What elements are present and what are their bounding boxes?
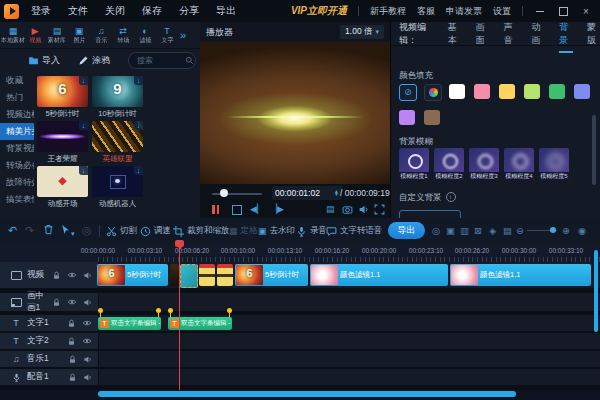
media-tab-filter[interactable]: ◐滤镜 (134, 26, 156, 45)
fullscreen-icon[interactable] (374, 204, 385, 215)
media-item[interactable]: 6↓ 5秒倒计时 (37, 76, 88, 119)
link-tutorial[interactable]: 新手教程 (370, 5, 406, 18)
clip-color-filter-2[interactable]: 颜色滤镜1.1 (450, 264, 591, 286)
track-lane[interactable] (99, 369, 600, 385)
blur-level-1[interactable]: 模糊程度1 (399, 148, 429, 180)
vip-upgrade-link[interactable]: VIP立即开通 (291, 4, 347, 18)
record-tool[interactable]: 录音 (296, 225, 327, 237)
app-logo[interactable] (4, 4, 19, 19)
undo-icon[interactable]: ↶ (8, 224, 17, 237)
blur-level-4[interactable]: 模糊程度4 (504, 148, 534, 180)
download-icon[interactable]: ↓ (134, 166, 143, 175)
text-to-speech-tool[interactable]: 文字转语音 (326, 225, 383, 237)
eye-icon[interactable] (67, 270, 77, 280)
clip-color-filter-1[interactable]: 颜色滤镜1.1 (310, 264, 448, 286)
speed-tool[interactable]: 调速 (140, 225, 171, 237)
media-item[interactable]: ◆↓ 动感开场 (37, 166, 88, 209)
media-tab-library[interactable]: ▤素材库 (46, 26, 68, 45)
marker-icon[interactable]: ◎ (432, 225, 440, 236)
download-icon[interactable]: ↓ (134, 121, 143, 130)
tab-sound[interactable]: 声音 (503, 21, 517, 47)
track-lane[interactable] (99, 333, 600, 349)
category-backgrounds[interactable]: 背景视频 (0, 140, 34, 157)
media-thumbnail[interactable]: ↓ (92, 121, 143, 152)
color-swatch[interactable] (449, 84, 465, 99)
menu-save[interactable]: 保存 (142, 4, 162, 18)
locate-icon[interactable]: ◎ (82, 224, 92, 237)
media-thumbnail[interactable]: 9↓ (92, 76, 143, 107)
clip-countdown-1[interactable]: 6 5秒倒计时 (97, 264, 168, 286)
color-swatch[interactable] (424, 110, 440, 125)
media-item[interactable]: ↓ 动感机器人 (92, 166, 143, 209)
speaker-icon[interactable] (83, 373, 92, 382)
media-tab-local[interactable]: ▦本地素材 (2, 26, 24, 45)
video-preview[interactable] (200, 42, 390, 184)
track-header-music[interactable]: ♫ 音乐1 (0, 351, 99, 367)
import-button[interactable]: 导入 (28, 54, 60, 67)
minimize-button[interactable] (534, 4, 546, 18)
link-support[interactable]: 客服 (417, 5, 435, 18)
clip-selected[interactable] (180, 264, 198, 288)
lock-icon[interactable] (68, 355, 77, 364)
color-swatch[interactable] (524, 84, 540, 99)
redo-icon[interactable]: ↷ (25, 224, 34, 237)
download-icon[interactable]: ↓ (79, 166, 88, 175)
playhead-handle[interactable] (175, 240, 184, 247)
track-header-video[interactable]: 视频 (0, 262, 99, 288)
fit-timeline-icon[interactable]: ▤ (503, 225, 512, 236)
tab-background[interactable]: 背景 (559, 21, 573, 47)
menu-login[interactable]: 登录 (31, 4, 51, 18)
clip-text-poster[interactable] (217, 264, 233, 286)
track-lane[interactable] (99, 293, 600, 311)
track-lane[interactable] (99, 351, 600, 367)
color-swatch[interactable] (574, 84, 590, 99)
clip-small[interactable] (170, 264, 179, 286)
media-thumbnail[interactable]: ◆↓ (37, 166, 88, 197)
seek-handle[interactable] (220, 189, 228, 197)
color-swatch[interactable] (499, 84, 515, 99)
clip-text-1[interactable]: T 双击文字条编辑 - 左 (98, 317, 161, 330)
delete-icon[interactable] (43, 224, 54, 235)
tab-picture[interactable]: 画面 (476, 21, 490, 47)
keyframe-pin[interactable] (227, 308, 232, 313)
select-cursor-icon[interactable] (60, 224, 71, 235)
clip-text-2[interactable]: T 双击文字条编辑 - 左 (168, 317, 232, 330)
playback-speed-select[interactable]: 1.00 倍 ▾ (340, 25, 384, 39)
clip-countdown-2[interactable]: 6 5秒倒计时 (235, 264, 308, 286)
media-item[interactable]: 9↓ 10秒倒计时 (92, 76, 143, 119)
speaker-icon[interactable] (83, 271, 92, 280)
download-icon[interactable]: ↓ (79, 121, 88, 130)
category-transitions[interactable]: 转场必备 (0, 157, 34, 174)
zoom-in-icon[interactable]: ⊕ (562, 225, 570, 236)
stop-button[interactable] (232, 205, 242, 215)
media-tab-music[interactable]: ♫音乐 (90, 26, 112, 45)
lock-icon[interactable] (67, 319, 76, 328)
menu-export[interactable]: 导出 (216, 4, 236, 18)
speaker-icon[interactable] (83, 355, 92, 364)
more-tabs-chevron-icon[interactable]: » (180, 29, 186, 41)
media-tab-text[interactable]: T文字 (156, 26, 178, 45)
color-picker-swatch[interactable] (424, 84, 442, 101)
color-swatch[interactable] (549, 84, 565, 99)
snapshot-camera-icon[interactable] (342, 204, 353, 215)
time-stepper[interactable]: ▲▼ (334, 190, 339, 197)
info-icon[interactable]: i (446, 192, 456, 202)
pause-button[interactable] (212, 205, 220, 214)
category-intros[interactable]: 精美片头 (0, 123, 34, 140)
category-hot[interactable]: 热门 (0, 89, 34, 106)
link-invoice[interactable]: 申请发票 (446, 5, 482, 18)
watermark-tool[interactable]: ▣去水印 (258, 225, 295, 237)
tab-animation[interactable]: 动画 (531, 21, 545, 47)
lock-icon[interactable] (67, 337, 76, 346)
search-input[interactable] (129, 56, 183, 65)
doodle-button[interactable]: 涂鸦 (78, 54, 110, 67)
category-favorites[interactable]: 收藏 (0, 72, 34, 89)
timeline-vertical-scrollbar[interactable] (594, 250, 598, 332)
download-icon[interactable]: ↓ (134, 76, 143, 85)
no-color-swatch[interactable]: ⊘ (399, 84, 417, 101)
zoom-slider-handle[interactable] (550, 227, 556, 233)
split-view-icon[interactable]: ▣ (446, 225, 455, 236)
eye-icon[interactable] (82, 318, 92, 328)
category-video-frames[interactable]: 视频边框 (0, 106, 34, 123)
keyframe-pin[interactable] (168, 308, 173, 313)
